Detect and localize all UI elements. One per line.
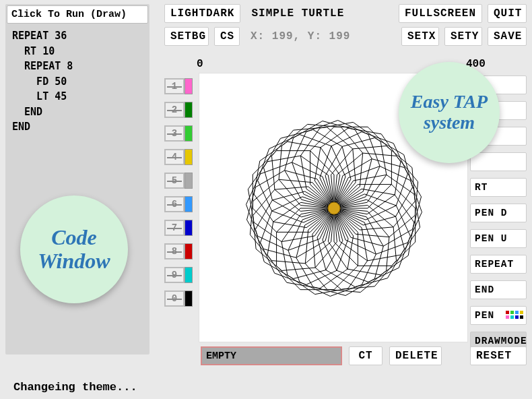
scale-min: 0 [197, 58, 203, 70]
pen-swatch-icon [506, 311, 523, 319]
save-button[interactable]: SAVE [488, 27, 527, 46]
annotation-easy-tap: Easy TAP system [399, 62, 500, 163]
palette-swatch-0[interactable]: 0 [164, 290, 195, 307]
annotation-code-window: Code Window [20, 195, 128, 303]
palette-swatch-2[interactable]: 2 [164, 102, 195, 118]
setbg-button[interactable]: SETBG [164, 27, 209, 46]
cmd-end[interactable]: END [470, 280, 527, 299]
cmd-pen-down[interactable]: PEN D [470, 204, 527, 222]
fullscreen-button[interactable]: FULLSCREEN [399, 4, 482, 23]
ct-button[interactable]: CT [349, 346, 383, 365]
cmd-rt[interactable]: RT [470, 178, 527, 197]
cmd-pen-up[interactable]: PEN U [470, 229, 527, 248]
palette-swatch-4[interactable]: 4 [164, 149, 195, 165]
command-input[interactable] [201, 346, 342, 365]
palette-swatch-6[interactable]: 6 [164, 196, 195, 212]
coords-display: X: 199, Y: 199 [251, 30, 396, 42]
setx-button[interactable]: SETX [401, 27, 439, 46]
palette-swatch-3[interactable]: 3 [164, 125, 195, 142]
palette-swatch-1[interactable]: 1 [164, 78, 195, 94]
cmd-pen[interactable]: PEN [470, 306, 527, 325]
palette-swatch-5[interactable]: 5 [164, 173, 195, 189]
palette-swatch-8[interactable]: 8 [164, 243, 195, 259]
run-button[interactable]: Click To Run (Draw) [7, 5, 148, 24]
cmd-blank-4[interactable]: . [470, 152, 527, 171]
delete-button[interactable]: DELETE [389, 346, 442, 365]
app-title: SIMPLE TURTLE [251, 7, 393, 20]
cmd-repeat[interactable]: REPEAT [470, 255, 527, 274]
cmd-pen-label: PEN [475, 310, 494, 321]
code-text: REPEAT 36 RT 10 REPEAT 8 FD 50 LT 45 END… [12, 28, 73, 135]
lightdark-button[interactable]: LIGHTDARK [164, 4, 240, 23]
palette-swatch-9[interactable]: 9 [164, 267, 195, 283]
svg-point-0 [328, 202, 340, 214]
color-palette: 1234567890 [164, 78, 195, 307]
cs-button[interactable]: CS [214, 27, 240, 46]
sety-button[interactable]: SETY [444, 27, 482, 46]
reset-button[interactable]: RESET [470, 346, 527, 365]
palette-swatch-7[interactable]: 7 [164, 220, 195, 236]
quit-button[interactable]: QUIT [488, 4, 527, 23]
status-text: Changeing theme... [13, 381, 137, 394]
